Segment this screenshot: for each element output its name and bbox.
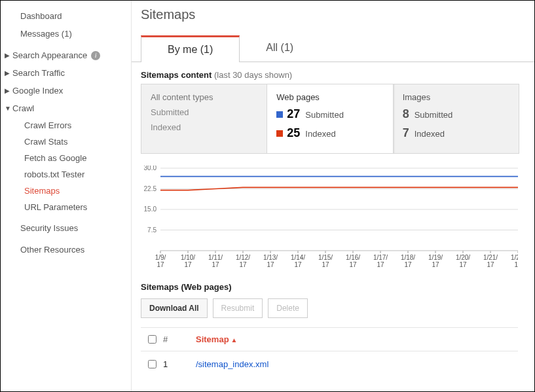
svg-text:1/15/: 1/15/ xyxy=(318,254,333,261)
row-number: 1 xyxy=(163,359,196,369)
svg-text:17: 17 xyxy=(239,261,247,268)
row-checkbox[interactable] xyxy=(148,360,157,368)
indexed-label: Indexed xyxy=(305,129,335,139)
main-content: Sitemaps By me (1) All (1) Sitemaps cont… xyxy=(132,1,534,391)
submitted-count: 8 xyxy=(403,107,409,121)
svg-text:15.0: 15.0 xyxy=(144,205,157,213)
tab-all[interactable]: All (1) xyxy=(240,35,320,62)
sidebar-item-google-index[interactable]: ▶Google Index xyxy=(1,82,131,99)
svg-text:1/19/: 1/19/ xyxy=(428,254,443,261)
table-header: # Sitemap▲ xyxy=(141,327,518,351)
svg-text:1/20/: 1/20/ xyxy=(456,254,470,261)
sort-asc-icon: ▲ xyxy=(231,336,238,344)
svg-text:1/14/: 1/14/ xyxy=(291,254,305,261)
legend-square-red xyxy=(276,130,283,137)
card-title: Images xyxy=(403,92,509,102)
svg-text:1/12/: 1/12/ xyxy=(236,254,250,261)
svg-text:1/22/: 1/22/ xyxy=(511,254,518,261)
svg-text:17: 17 xyxy=(432,261,439,268)
submitted-label: Submitted xyxy=(151,107,257,117)
card-images[interactable]: Images 8Submitted 7Indexed xyxy=(394,84,519,153)
svg-text:1/17/: 1/17/ xyxy=(373,254,388,261)
svg-text:22.5: 22.5 xyxy=(144,185,157,192)
indexed-label: Indexed xyxy=(415,129,445,139)
download-all-button[interactable]: Download All xyxy=(141,298,208,318)
table-title: Sitemaps (Web pages) xyxy=(141,282,534,292)
svg-text:17: 17 xyxy=(322,261,329,268)
resubmit-button[interactable]: Resubmit xyxy=(213,298,263,318)
card-web-pages[interactable]: Web pages 27Submitted 25Indexed xyxy=(267,84,393,153)
page-title: Sitemaps xyxy=(141,7,534,22)
sidebar-item-search-appearance[interactable]: ▶Search Appearancei xyxy=(1,46,131,64)
svg-text:1/13/: 1/13/ xyxy=(263,254,278,261)
svg-text:17: 17 xyxy=(184,261,192,268)
card-all-content-types[interactable]: All content types Submitted Indexed xyxy=(141,84,267,153)
sitemaps-chart: 7.515.022.530.01/9/171/10/171/11/171/12/… xyxy=(141,166,518,270)
svg-text:17: 17 xyxy=(459,261,467,268)
tab-by-me[interactable]: By me (1) xyxy=(141,35,240,62)
svg-text:17: 17 xyxy=(487,261,494,268)
sidebar-item-crawl-stats[interactable]: Crawl Stats xyxy=(1,134,131,150)
sidebar-item-crawl-errors[interactable]: Crawl Errors xyxy=(1,117,131,134)
content-type-cards: All content types Submitted Indexed Web … xyxy=(141,84,519,154)
svg-text:30.0: 30.0 xyxy=(144,166,157,171)
delete-button[interactable]: Delete xyxy=(268,298,308,318)
sidebar-item-other-resources[interactable]: Other Resources xyxy=(1,241,131,258)
sidebar: Dashboard Messages (1) ▶Search Appearanc… xyxy=(1,1,132,391)
sitemaps-content-label: Sitemaps content (last 30 days shown) xyxy=(141,70,534,80)
svg-text:1/11/: 1/11/ xyxy=(208,254,223,261)
select-all-checkbox[interactable] xyxy=(148,335,157,344)
sidebar-item-sitemaps[interactable]: Sitemaps xyxy=(1,183,131,199)
submitted-label: Submitted xyxy=(415,110,453,120)
indexed-label: Indexed xyxy=(151,122,257,132)
sitemap-link[interactable]: /sitemap_index.xml xyxy=(196,359,268,369)
submitted-label: Submitted xyxy=(305,110,344,120)
svg-text:1/21/: 1/21/ xyxy=(483,254,498,261)
col-number[interactable]: # xyxy=(163,334,196,344)
svg-text:1/18/: 1/18/ xyxy=(401,254,415,261)
expand-icon: ▶ xyxy=(5,69,11,77)
indexed-count: 25 xyxy=(287,126,300,140)
svg-text:17: 17 xyxy=(404,261,412,268)
legend-square-blue xyxy=(276,111,283,118)
svg-text:1/16/: 1/16/ xyxy=(346,254,360,261)
sidebar-item-crawl[interactable]: ▼Crawl xyxy=(1,99,131,117)
svg-text:17: 17 xyxy=(294,261,302,268)
col-sitemap[interactable]: Sitemap▲ xyxy=(196,334,237,344)
svg-text:1/9/: 1/9/ xyxy=(155,254,166,261)
table-row: 1 /sitemap_index.xml xyxy=(141,351,518,377)
sidebar-item-messages[interactable]: Messages (1) xyxy=(1,25,131,43)
sidebar-item-robots-tester[interactable]: robots.txt Tester xyxy=(1,166,131,183)
card-title: Web pages xyxy=(276,92,383,102)
info-icon: i xyxy=(91,51,100,60)
sidebar-item-dashboard[interactable]: Dashboard xyxy=(1,7,131,25)
indexed-count: 7 xyxy=(403,126,409,140)
collapse-icon: ▼ xyxy=(5,105,11,112)
svg-text:17: 17 xyxy=(377,261,384,268)
sidebar-item-security-issues[interactable]: Security Issues xyxy=(1,219,131,237)
sidebar-item-url-parameters[interactable]: URL Parameters xyxy=(1,199,131,215)
expand-icon: ▶ xyxy=(5,87,11,94)
svg-text:17: 17 xyxy=(349,261,357,268)
svg-text:17: 17 xyxy=(267,261,274,268)
expand-icon: ▶ xyxy=(5,52,11,59)
svg-text:7.5: 7.5 xyxy=(147,226,157,234)
tabs: By me (1) All (1) xyxy=(132,35,534,62)
sidebar-item-search-traffic[interactable]: ▶Search Traffic xyxy=(1,64,131,82)
svg-text:17: 17 xyxy=(212,261,219,268)
svg-text:17: 17 xyxy=(514,261,518,268)
svg-text:17: 17 xyxy=(157,261,164,268)
sidebar-item-fetch-as-google[interactable]: Fetch as Google xyxy=(1,150,131,166)
svg-text:1/10/: 1/10/ xyxy=(181,254,195,261)
submitted-count: 27 xyxy=(287,107,300,121)
card-title: All content types xyxy=(151,92,257,102)
